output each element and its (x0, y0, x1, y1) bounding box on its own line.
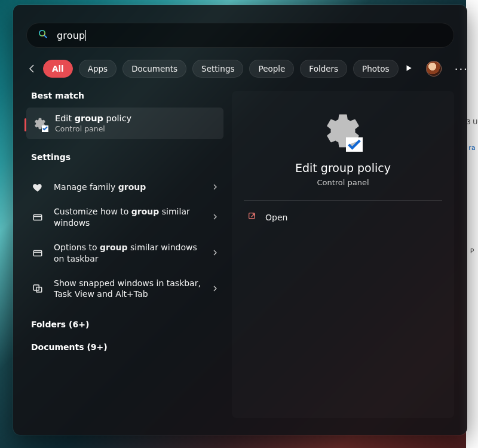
background-page-edge: 3 U ra P (466, 0, 478, 448)
svg-rect-2 (33, 214, 42, 220)
chevron-right-icon (212, 182, 219, 193)
search-query-text[interactable]: group (57, 30, 86, 41)
chevron-right-icon (212, 211, 219, 223)
section-best-match: Best match (31, 91, 223, 100)
filter-folders[interactable]: Folders (300, 60, 347, 78)
preview-pane: Edit group policy Control panel Open (232, 91, 454, 418)
divider (244, 200, 442, 201)
search-input-container[interactable]: group (26, 23, 454, 48)
filter-settings[interactable]: Settings (192, 60, 243, 78)
best-match-result[interactable]: Edit group policy Control panel (26, 108, 223, 139)
open-icon (247, 211, 257, 223)
setting-item-customize-group-windows[interactable]: Customize how to group similar windows (26, 200, 223, 235)
window-icon (31, 212, 44, 223)
filter-apps[interactable]: Apps (79, 60, 117, 78)
setting-item-group-taskbar[interactable]: Options to group similar windows on task… (26, 235, 223, 271)
heart-icon (31, 182, 44, 193)
filter-people[interactable]: People (249, 60, 294, 78)
window-icon (31, 248, 44, 259)
filter-documents[interactable]: Documents (122, 60, 186, 78)
snap-icon (31, 283, 44, 294)
filter-row: All Apps Documents Settings People Folde… (26, 59, 454, 79)
setting-item-family-group[interactable]: Manage family group (26, 175, 223, 200)
filter-photos[interactable]: Photos (353, 60, 399, 78)
section-folders[interactable]: Folders (6+) (31, 320, 223, 329)
setting-item-snapped-windows[interactable]: Show snapped windows in taskbar, Task Vi… (26, 271, 223, 307)
section-settings: Settings (31, 152, 223, 162)
gear-icon (323, 111, 363, 151)
avatar[interactable] (426, 61, 442, 76)
header-right-tools: ··· (405, 61, 467, 76)
preview-title: Edit group policy (295, 161, 391, 174)
checkmark-badge-icon (346, 137, 363, 152)
more-button[interactable]: ··· (455, 63, 467, 75)
back-button[interactable] (26, 62, 37, 76)
chevron-right-icon (212, 283, 219, 294)
filter-all[interactable]: All (43, 60, 73, 78)
best-match-title: Edit group policy (55, 113, 131, 123)
section-documents[interactable]: Documents (9+) (31, 342, 223, 352)
best-match-subtitle: Control panel (55, 124, 131, 133)
results-column: Best match Edit group policy Control pan… (26, 91, 223, 418)
preview-subtitle: Control panel (317, 178, 369, 187)
svg-rect-4 (33, 250, 42, 256)
start-search-panel: group All Apps Documents Settings People… (13, 5, 467, 435)
checkmark-badge-icon (42, 125, 48, 132)
play-icon[interactable] (405, 63, 413, 75)
gear-icon (33, 117, 47, 130)
svg-line-1 (44, 35, 47, 38)
chevron-right-icon (212, 247, 219, 259)
action-open[interactable]: Open (244, 205, 442, 229)
action-open-label: Open (265, 213, 287, 222)
search-icon (38, 29, 57, 42)
